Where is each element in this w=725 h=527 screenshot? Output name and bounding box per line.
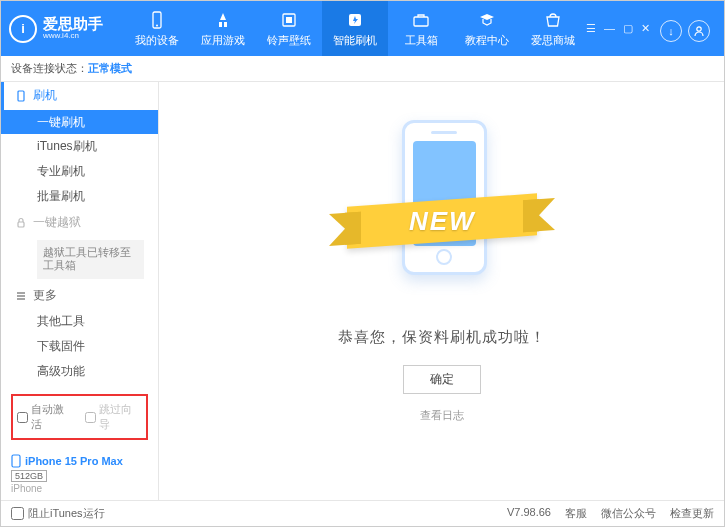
sidebar-item-download-fw[interactable]: 下载固件 [1, 334, 158, 359]
sidebar-item-itunes[interactable]: iTunes刷机 [1, 134, 158, 159]
apps-icon [213, 10, 233, 30]
logo-block: i 爱思助手 www.i4.cn [9, 15, 124, 43]
nav-my-device[interactable]: 我的设备 [124, 1, 190, 56]
svg-point-6 [697, 26, 701, 30]
minimize-icon[interactable]: — [604, 22, 615, 35]
nav-tutorials[interactable]: 教程中心 [454, 1, 520, 56]
device-icon [147, 10, 167, 30]
version-label: V7.98.66 [507, 506, 551, 521]
flash-section-icon [15, 90, 27, 102]
nav-ringtones[interactable]: 铃声壁纸 [256, 1, 322, 56]
window-controls: ☰ — ▢ ✕ [586, 22, 650, 35]
nav-apps[interactable]: 应用游戏 [190, 1, 256, 56]
app-url: www.i4.cn [43, 32, 103, 41]
success-message: 恭喜您，保资料刷机成功啦！ [338, 328, 546, 347]
sidebar-item-batch[interactable]: 批量刷机 [1, 184, 158, 209]
toolbox-icon [411, 10, 431, 30]
status-bar: 设备连接状态： 正常模式 [1, 56, 724, 82]
footer: 阻止iTunes运行 V7.98.66 客服 微信公众号 检查更新 [1, 500, 724, 526]
svg-rect-9 [12, 455, 20, 467]
sidebar-item-othertools[interactable]: 其他工具 [1, 309, 158, 334]
checkbox-auto-activate[interactable]: 自动激活 [17, 402, 75, 432]
main-panel: NEW 恭喜您，保资料刷机成功啦！ 确定 查看日志 [159, 82, 724, 500]
new-ribbon: NEW [347, 193, 537, 248]
download-button[interactable]: ↓ [660, 20, 682, 42]
svg-rect-3 [286, 17, 292, 23]
svg-rect-8 [18, 222, 24, 227]
user-button[interactable] [688, 20, 710, 42]
device-storage: 512GB [11, 470, 47, 482]
activation-options: 自动激活 跳过向导 [11, 394, 148, 440]
nav-flash[interactable]: 智能刷机 [322, 1, 388, 56]
flash-icon [345, 10, 365, 30]
footer-link-update[interactable]: 检查更新 [670, 506, 714, 521]
sidebar-item-oneclick[interactable]: 一键刷机 [1, 110, 158, 135]
wallpaper-icon [279, 10, 299, 30]
menu-icon[interactable]: ☰ [586, 22, 596, 35]
device-name[interactable]: iPhone 15 Pro Max [11, 454, 148, 468]
phone-icon [11, 454, 21, 468]
close-icon[interactable]: ✕ [641, 22, 650, 35]
sidebar-section-flash[interactable]: 刷机 [1, 82, 158, 110]
sidebar: 刷机 一键刷机 iTunes刷机 专业刷机 批量刷机 一键越狱 越狱工具已转移至… [1, 82, 159, 500]
logo-icon: i [9, 15, 37, 43]
sidebar-item-pro[interactable]: 专业刷机 [1, 159, 158, 184]
top-nav: 我的设备 应用游戏 铃声壁纸 智能刷机 工具箱 教程中心 爱思商城 [124, 1, 586, 56]
success-illustration: NEW [337, 110, 547, 310]
maximize-icon[interactable]: ▢ [623, 22, 633, 35]
nav-store[interactable]: 爱思商城 [520, 1, 586, 56]
app-name: 爱思助手 [43, 16, 103, 33]
jailbreak-note: 越狱工具已转移至工具箱 [37, 240, 144, 279]
sidebar-item-advanced[interactable]: 高级功能 [1, 359, 158, 384]
svg-point-1 [156, 24, 158, 26]
view-log-link[interactable]: 查看日志 [420, 408, 464, 423]
device-type: iPhone [11, 483, 148, 494]
device-info: iPhone 15 Pro Max 512GB iPhone [1, 450, 158, 500]
lock-icon [15, 217, 27, 229]
tutorial-icon [477, 10, 497, 30]
footer-link-support[interactable]: 客服 [565, 506, 587, 521]
nav-toolbox[interactable]: 工具箱 [388, 1, 454, 56]
confirm-button[interactable]: 确定 [403, 365, 481, 394]
footer-link-wechat[interactable]: 微信公众号 [601, 506, 656, 521]
store-icon [543, 10, 563, 30]
checkbox-skip-setup[interactable]: 跳过向导 [85, 402, 143, 432]
sidebar-section-jailbreak: 一键越狱 [1, 209, 158, 237]
more-icon [15, 290, 27, 302]
svg-rect-7 [18, 91, 24, 101]
checkbox-block-itunes[interactable]: 阻止iTunes运行 [11, 506, 105, 521]
titlebar: i 爱思助手 www.i4.cn 我的设备 应用游戏 铃声壁纸 智能刷机 工具箱 [1, 1, 724, 56]
svg-rect-5 [414, 17, 428, 26]
connection-mode: 正常模式 [88, 61, 132, 76]
sidebar-section-more[interactable]: 更多 [1, 282, 158, 310]
